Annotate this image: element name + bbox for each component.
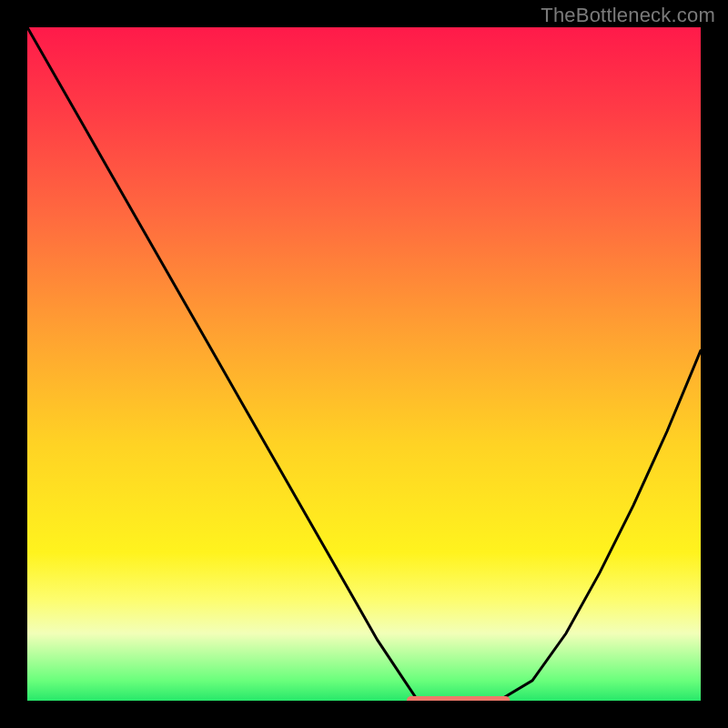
plot-area [27, 27, 701, 701]
gradient-background [27, 27, 701, 701]
watermark-text: TheBottleneck.com [541, 4, 715, 27]
bottleneck-chart [27, 27, 701, 701]
chart-frame: TheBottleneck.com [0, 0, 728, 728]
